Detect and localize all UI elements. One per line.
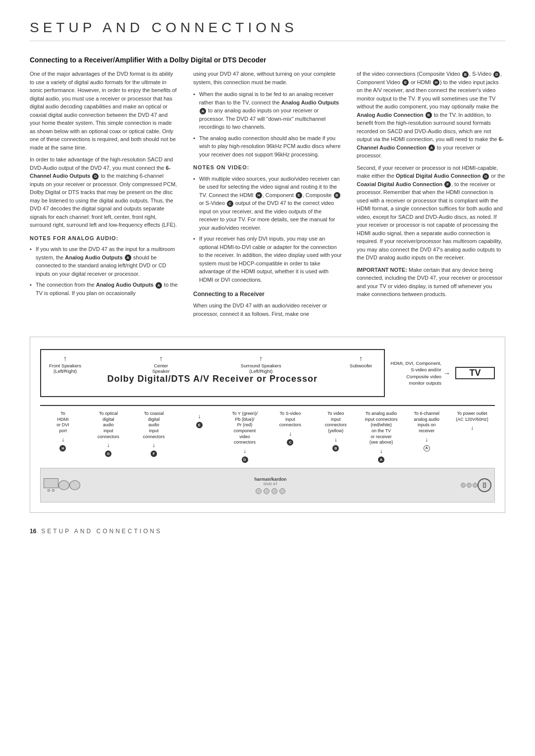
- badge-H: H: [59, 445, 66, 452]
- dvd-connector-f: [69, 480, 80, 490]
- conn-arrow-component: ↓: [243, 448, 246, 454]
- conn-arrow-analog: ↓: [379, 448, 382, 454]
- analog-bullet-2: The connection from the Analog Audio Out…: [30, 281, 178, 297]
- conn-arrow-6ch: ↓: [425, 436, 428, 443]
- page-footer: 16 SETUP AND CONNECTIONS: [30, 528, 505, 535]
- conn-arrow-coaxial: ↓: [152, 442, 155, 449]
- hdmi-text: HDMI, DVI, Component,S-video and/orCompo…: [391, 360, 441, 386]
- dvd-model-label: DVD 47: [85, 482, 456, 486]
- conn-arrow-optical: ↓: [107, 442, 110, 449]
- connector-optical: To opticaldigitalaudioinputconnectors ↓ …: [86, 411, 131, 457]
- conn-arrow-svideo: ↓: [289, 430, 292, 437]
- conn-arrow-hdmi: ↓: [61, 436, 64, 443]
- conn-label-6ch: To 6-channelanalog audioinputs onreceive…: [414, 411, 439, 434]
- harman-kardon-label: harman/kardon: [254, 477, 286, 482]
- badge-E: E: [196, 422, 203, 428]
- center-speaker-label: CenterSpeaker: [152, 363, 169, 374]
- dvd-connector-h: ⊙ ⊙: [44, 478, 58, 493]
- video-bullet-list: With multiple video sources, your audio/…: [193, 175, 342, 284]
- middle-bullet-2: The analog audio connection should also …: [193, 134, 342, 159]
- col-middle: using your DVD 47 alone, without turning…: [193, 70, 342, 322]
- hdmi-label: HDMI, DVI, Component,S-video and/orCompo…: [391, 360, 455, 386]
- badge-B: B: [332, 445, 339, 452]
- left-para1: One of the major advantages of the DVD f…: [30, 70, 178, 151]
- middle-bullet-1: When the audio signal is to be fed to an…: [193, 90, 342, 131]
- speaker-labels-row: ↑ Front Speakers(Left/Right) ↑ CenterSpe…: [49, 355, 376, 374]
- connection-diagram: ↑ Front Speakers(Left/Right) ↑ CenterSpe…: [30, 337, 505, 513]
- connector-coaxial: To coaxialdigitalaudioinputconnectors ↓ …: [131, 411, 177, 457]
- receiver-title: Dolby Digital/DTS A/V Receiver or Proces…: [49, 374, 376, 384]
- video-bullet-2: If your receiver has only DVI inputs, yo…: [193, 235, 342, 284]
- badge-F: F: [151, 451, 157, 457]
- dvd-device-representation: ⊙ ⊙ harman/kardon DVD 47: [40, 468, 495, 503]
- dvd-right-connectors: [461, 483, 478, 488]
- important-note: IMPORTANT NOTE: Make certain that any de…: [357, 266, 505, 299]
- badge-A2: A: [424, 445, 430, 452]
- arrow-center-speaker: ↑: [159, 355, 162, 362]
- arrow-front-speakers: ↑: [63, 355, 67, 362]
- notes-analog-header: NOTES FOR ANALOG AUDIO:: [30, 234, 178, 243]
- conn-arrow-video: ↓: [334, 436, 337, 443]
- tv-box: TV: [455, 367, 495, 379]
- arrow-surround-speakers: ↑: [259, 355, 263, 362]
- conn-label-svideo: To S-videoinputconnectors: [279, 411, 301, 428]
- connector-component: To Y (green)/Pb (blue)/Pr (red)component…: [222, 411, 268, 463]
- av-receiver-box: ↑ Front Speakers(Left/Right) ↑ CenterSpe…: [40, 349, 385, 397]
- page-title: SETUP AND CONNECTIONS: [30, 20, 505, 41]
- conn-label-component: To Y (green)/Pb (blue)/Pr (red)component…: [232, 411, 258, 446]
- badge-A: A: [378, 456, 384, 463]
- connector-labels-row: ToHDMIor DVIport ↓ H To opticaldigitalau…: [40, 405, 495, 463]
- dvd-power-outlet: [478, 478, 491, 492]
- connector-6ch: To 6-channelanalog audioinputs onreceive…: [404, 411, 449, 452]
- conn-label-coaxial: To coaxialdigitalaudioinputconnectors: [143, 411, 164, 440]
- col-right: of the video connections (Composite Vide…: [357, 70, 505, 322]
- right-arrow: →: [443, 369, 450, 377]
- sub-section-connecting: Connecting to a Receiver: [193, 290, 342, 299]
- analog-bullet-list: If you wish to use the DVD 47 as the inp…: [30, 245, 178, 297]
- conn-label-hdmi: ToHDMIor DVIport: [56, 411, 69, 434]
- col-left: One of the major advantages of the DVD f…: [30, 70, 178, 322]
- dvd-connector-g: [58, 480, 69, 490]
- footer-title: SETUP AND CONNECTIONS: [41, 528, 162, 535]
- connector-power: To power outlet(AC 120V/60Hz) ↓: [449, 411, 495, 433]
- middle-para1: using your DVD 47 alone, without turning…: [193, 70, 342, 86]
- connector-hdmi: ToHDMIor DVIport ↓ H: [40, 411, 86, 452]
- right-para1: of the video connections (Composite Vide…: [357, 70, 505, 160]
- conn-label-analog: To analog audioinput connectors(red/whit…: [365, 411, 397, 446]
- connector-e: ↓ E: [176, 411, 222, 428]
- hdmi-tv-area: HDMI, DVI, Component,S-video and/orCompo…: [391, 349, 495, 397]
- connector-analog: To analog audioinput connectors(red/whit…: [359, 411, 404, 463]
- speaker-center: ↑ CenterSpeaker: [146, 355, 176, 374]
- middle-bullet-list: When the audio signal is to be fed to an…: [193, 90, 342, 158]
- sub-section-para: When using the DVD 47 with an audio/vide…: [193, 302, 342, 318]
- surround-speaker-label: Surround Speakers(Left/Right): [241, 363, 281, 374]
- tv-label: TV: [469, 368, 481, 378]
- left-para2: In order to take advantage of the high-r…: [30, 155, 178, 229]
- badge-D: D: [242, 456, 248, 463]
- connector-video: To videoinputconnectors(yellow) ↓ B: [313, 411, 359, 452]
- speaker-surround: ↑ Surround Speakers(Left/Right): [241, 355, 281, 374]
- section-heading: Connecting to a Receiver/Amplifier With …: [30, 56, 505, 64]
- analog-bullet-1: If you wish to use the DVD 47 as the inp…: [30, 245, 178, 278]
- video-bullet-1: With multiple video sources, your audio/…: [193, 175, 342, 232]
- notes-video-header: NOTES ON VIDEO:: [193, 163, 342, 172]
- speaker-front: ↑ Front Speakers(Left/Right): [49, 355, 81, 374]
- conn-arrow-power: ↓: [471, 424, 474, 431]
- footer-page-num: 16: [30, 528, 36, 535]
- conn-arrow-e: ↓: [198, 413, 201, 420]
- badge-G: G: [105, 451, 111, 457]
- front-speaker-label: Front Speakers(Left/Right): [49, 363, 81, 374]
- conn-label-power: To power outlet(AC 120V/60Hz): [456, 411, 488, 422]
- connector-svideo: To S-videoinputconnectors ↓ C: [268, 411, 313, 446]
- subwoofer-label: Subwoofer: [350, 363, 372, 368]
- dvd-main-body: harman/kardon DVD 47: [80, 477, 461, 494]
- right-para2: Second, if your receiver or processor is…: [357, 164, 505, 262]
- content-area: One of the major advantages of the DVD f…: [30, 70, 505, 322]
- conn-label-video: To videoinputconnectors(yellow): [325, 411, 347, 434]
- badge-C: C: [287, 439, 293, 446]
- diagram-top: ↑ Front Speakers(Left/Right) ↑ CenterSpe…: [40, 349, 495, 397]
- speaker-subwoofer: ↑ Subwoofer: [346, 355, 376, 374]
- conn-label-optical: To opticaldigitalaudioinputconnectors: [98, 411, 119, 440]
- arrow-subwoofer: ↑: [359, 355, 363, 362]
